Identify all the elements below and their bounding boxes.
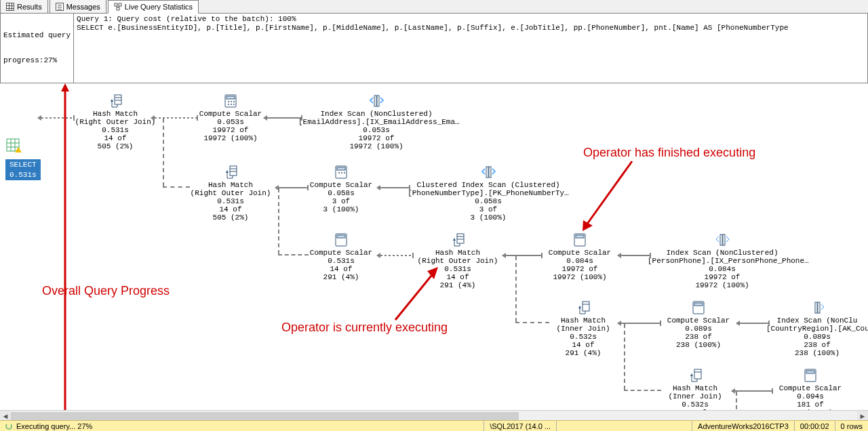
annotation-arrow-finished [578, 158, 639, 234]
svg-line-65 [395, 272, 434, 320]
status-bar: Executing query... 27% \SQL2017 (14.0 ..… [0, 420, 868, 431]
svg-rect-52 [694, 369, 701, 379]
svg-rect-10 [115, 95, 121, 104]
svg-rect-36 [337, 235, 345, 238]
connector [624, 390, 661, 391]
svg-point-17 [231, 101, 232, 102]
select-node[interactable]: SELECT 0.531s [5, 138, 41, 180]
tab-live-query-stats[interactable]: Live Query Statistics [108, 0, 199, 14]
svg-point-21 [233, 104, 235, 105]
tab-messages-label: Messages [66, 3, 100, 11]
hash-match-icon [688, 368, 703, 383]
svg-marker-13 [111, 99, 113, 102]
svg-rect-15 [226, 96, 235, 99]
hash-match-icon [576, 300, 591, 315]
clustered-index-scan-icon [481, 165, 496, 180]
progress-label: Estimated query [3, 31, 71, 40]
annotation-arrow-overall [58, 83, 72, 431]
status-rows: 0 rows [835, 421, 868, 431]
connector [515, 322, 549, 323]
status-db: AdventureWorks2016CTP3 [692, 421, 794, 431]
annotation-arrow-executing [392, 264, 446, 327]
node-hash-match-1[interactable]: Hash Match (Right Outer Join) 0.531s 14 … [75, 94, 156, 150]
node-compute-scalar-2[interactable]: Compute Scalar 0.058s 3 of 3 (100%) [307, 165, 375, 213]
connector [163, 119, 164, 186]
select-label: SELECT [5, 159, 41, 170]
flow-arrow [617, 253, 651, 258]
spinner-icon [5, 423, 12, 430]
svg-rect-23 [377, 96, 379, 106]
index-scan-icon [369, 94, 384, 108]
live-stats-icon [114, 3, 122, 11]
tab-messages[interactable]: Messages [50, 0, 106, 13]
svg-rect-2 [117, 7, 119, 10]
index-scan-icon [715, 232, 730, 247]
svg-point-19 [228, 104, 229, 105]
tab-results[interactable]: Results [0, 0, 48, 13]
connector [163, 186, 190, 188]
svg-rect-37 [457, 234, 464, 243]
node-compute-scalar-5[interactable]: Compute Scalar 0.089s 238 of 238 (100%) [661, 300, 736, 349]
horizontal-scrollbar[interactable]: ◄ ► [0, 410, 868, 421]
svg-rect-43 [720, 234, 722, 245]
svg-rect-33 [486, 167, 488, 178]
node-hash-match-2[interactable]: Hash Match (Right Outer Join) 0.531s 14 … [186, 165, 275, 222]
svg-marker-27 [226, 170, 229, 173]
compute-scalar-icon [334, 165, 349, 180]
svg-rect-45 [583, 302, 589, 311]
warning-icon [15, 147, 22, 152]
svg-point-31 [341, 172, 342, 173]
hash-match-icon [450, 232, 465, 247]
svg-marker-61 [61, 83, 69, 91]
connector [278, 188, 279, 254]
svg-rect-42 [576, 235, 584, 238]
hash-match-icon [223, 165, 238, 180]
svg-rect-44 [723, 234, 725, 245]
select-time: 0.531s [5, 170, 41, 180]
node-compute-scalar-3[interactable]: Compute Scalar 0.531s 14 of 291 (4%) [307, 232, 375, 281]
svg-rect-22 [374, 96, 376, 106]
execution-plan-canvas[interactable]: SELECT 0.531s Hash Match (Right Outer Jo… [0, 83, 868, 431]
node-compute-scalar-1[interactable]: Compute Scalar 0.053s 19972 of 19972 (10… [197, 94, 264, 142]
node-index-scan-countryregion[interactable]: Index Scan (NonClu [CountryRegion].[AK_C… [766, 300, 868, 357]
query-header: Estimated query progress:27% Query 1: Qu… [0, 14, 868, 83]
hash-match-icon [108, 94, 123, 108]
status-time: 00:00:02 [794, 421, 835, 431]
index-scan-icon [810, 300, 825, 315]
flow-arrow [263, 115, 302, 121]
svg-point-18 [233, 101, 235, 102]
svg-point-32 [344, 172, 345, 173]
node-index-scan-personphone[interactable]: Index Scan (NonClustered) [PersonPhone].… [648, 232, 797, 289]
flow-arrow [376, 185, 410, 190]
grid-icon [6, 3, 14, 11]
svg-marker-54 [690, 373, 693, 376]
flow-arrow [151, 115, 198, 121]
connector [624, 324, 625, 390]
node-hash-match-4[interactable]: Hash Match (Inner Join) 0.532s 14 of 291… [549, 300, 617, 357]
node-clustered-index-scan[interactable]: Clustered Index Scan (Clustered) [PhoneN… [407, 165, 570, 222]
connector [515, 256, 517, 322]
progress-value: progress:27% [3, 56, 71, 65]
sql-line: SELECT e.[BusinessEntityID], p.[Title], … [77, 24, 865, 33]
flow-arrow [502, 253, 542, 258]
flow-arrow [731, 388, 773, 394]
svg-line-63 [586, 161, 632, 226]
svg-point-16 [228, 101, 229, 102]
tab-live-label: Live Query Statistics [125, 3, 193, 11]
result-tabs: Results Messages Live Query Statistics [0, 0, 868, 14]
messages-icon [56, 3, 64, 11]
status-server: \SQL2017 (14.0 ... [484, 421, 556, 431]
flow-arrow [376, 253, 414, 258]
scroll-thumb[interactable] [11, 412, 519, 420]
svg-rect-56 [806, 371, 814, 373]
cost-line: Query 1: Query cost (relative to the bat… [77, 15, 865, 24]
svg-marker-40 [453, 238, 456, 241]
svg-marker-47 [578, 306, 581, 308]
tab-results-label: Results [17, 3, 42, 11]
svg-rect-51 [818, 302, 820, 313]
svg-rect-34 [489, 167, 491, 178]
svg-point-20 [231, 104, 232, 105]
node-compute-scalar-4[interactable]: Compute Scalar 0.084s 19972 of 19972 (10… [542, 232, 617, 281]
node-index-scan-email[interactable]: Index Scan (NonClustered) [EmailAddress]… [298, 94, 454, 150]
svg-rect-24 [230, 166, 237, 176]
